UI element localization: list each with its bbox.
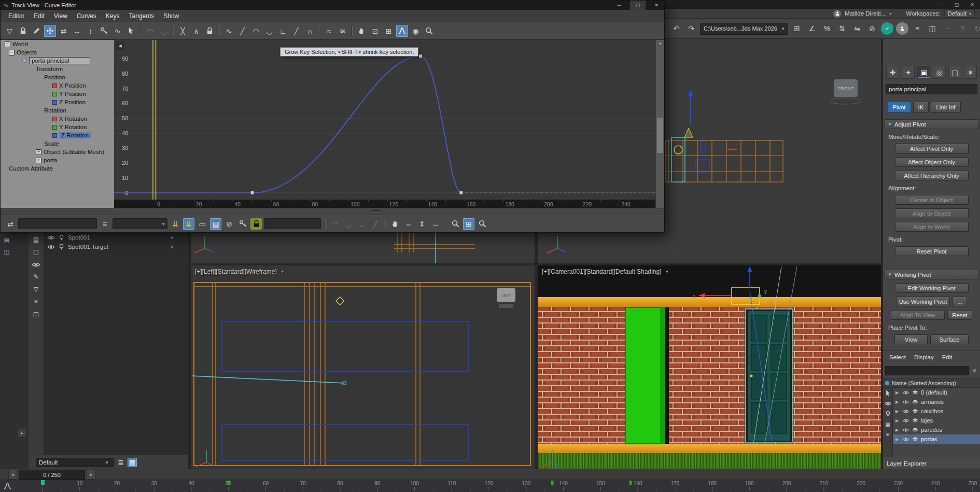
- layer-row[interactable]: ▶paredes: [883, 425, 980, 434]
- expand-arrow-icon[interactable]: ▶: [895, 428, 900, 432]
- tree-expander-icon[interactable]: +: [36, 149, 41, 155]
- menu-tangents[interactable]: Tangents: [124, 11, 159, 21]
- redo-icon[interactable]: ↷: [685, 22, 697, 35]
- unlink-selection-icon[interactable]: ⊘: [866, 22, 878, 35]
- angle-snap-icon[interactable]: ∠: [806, 22, 818, 35]
- viewcube-front-label[interactable]: FRONT: [838, 86, 854, 91]
- signed-in-user[interactable]: Matilde Direiti...: [845, 10, 886, 17]
- previous-frame-button[interactable]: ◂: [8, 470, 17, 480]
- show-buffer-icon[interactable]: ≋: [337, 25, 348, 37]
- visibility-icon[interactable]: [884, 400, 892, 407]
- lock-selection-icon[interactable]: [17, 25, 29, 37]
- draw-curves-icon[interactable]: [31, 25, 43, 37]
- tangent-smooth-icon[interactable]: ∩: [304, 25, 316, 37]
- trackbar-key[interactable]: [551, 481, 554, 485]
- tree-item-porta[interactable]: +porta: [1, 156, 114, 164]
- viewport-left-label-text[interactable]: [+][Left][Standard][Wireframe]: [195, 268, 277, 275]
- main-maximize-button[interactable]: ▢: [949, 0, 964, 9]
- layer-stack-icon[interactable]: [912, 426, 919, 433]
- trackbar-key[interactable]: [228, 481, 230, 485]
- layer-visibility-icon[interactable]: [902, 426, 909, 433]
- layer-search-input[interactable]: [885, 366, 969, 375]
- tree-item-rotation[interactable]: Rotation: [1, 106, 114, 115]
- mode-tab-pivot[interactable]: Pivot: [887, 102, 911, 113]
- select-layer-icon[interactable]: [884, 389, 892, 397]
- path-dropdown-icon[interactable]: ▾: [779, 26, 787, 31]
- layer-visibility-icon[interactable]: [902, 407, 909, 415]
- reset-button[interactable]: Reset: [947, 310, 972, 320]
- viewcube[interactable]: LEFT: [497, 288, 515, 308]
- dock-panel-icon[interactable]: ◫: [3, 247, 11, 256]
- menu-view[interactable]: View: [49, 11, 72, 21]
- tree-item-x-position[interactable]: X Position: [1, 81, 114, 90]
- ok-check-icon[interactable]: ✓: [881, 22, 893, 35]
- motion-tab-icon[interactable]: ◎: [933, 66, 946, 79]
- trackview-close-button[interactable]: ✕: [649, 1, 664, 10]
- freeze-icon[interactable]: ✳: [884, 431, 892, 439]
- show-selected-keys-icon[interactable]: ⇄: [5, 218, 16, 230]
- layer-visibility-icon[interactable]: [902, 398, 909, 405]
- viewport-left-label[interactable]: [+][Left][Standard][Wireframe] ▼: [195, 268, 285, 275]
- show-hidden-icon[interactable]: [32, 260, 41, 269]
- color-icon[interactable]: ▦: [884, 420, 892, 428]
- zoom-horiz-extents-icon[interactable]: ⇔: [403, 218, 414, 230]
- tangent-linear-icon[interactable]: ╱: [290, 25, 302, 37]
- viewport-camera-label[interactable]: [+][Camera001][Standard][Default Shading…: [542, 268, 669, 275]
- snap-frames-icon[interactable]: ⇊: [183, 218, 194, 230]
- percent-snap-icon[interactable]: %: [821, 22, 833, 35]
- lock-tangents-icon[interactable]: [204, 25, 216, 37]
- select-and-link-icon[interactable]: ⇋: [851, 22, 863, 35]
- move-keys-icon[interactable]: [44, 25, 56, 37]
- zoom-region-bottom-icon[interactable]: ⊞: [463, 218, 474, 230]
- tree-item-z-position[interactable]: Z Position: [1, 98, 114, 106]
- lock-values-icon[interactable]: [250, 218, 262, 230]
- more-options-button[interactable]: ...: [953, 297, 967, 306]
- hierarchy-tab-icon[interactable]: ▣: [917, 66, 930, 79]
- user-menu-arrow-icon[interactable]: ▾: [889, 11, 891, 16]
- layer-row[interactable]: ▶armarios: [883, 397, 980, 406]
- view-button[interactable]: View: [894, 334, 928, 344]
- retime-tool-icon[interactable]: ∿: [111, 25, 123, 37]
- frame-counter-field[interactable]: 0 / 250: [19, 470, 85, 480]
- display-tab-icon[interactable]: ▢: [948, 66, 961, 79]
- buffer-curves-icon[interactable]: ≈: [323, 25, 335, 37]
- viewport-menu-arrow-icon[interactable]: ▼: [665, 270, 669, 274]
- tree-expander-icon[interactable]: −: [5, 41, 10, 47]
- reset-pivot-button[interactable]: Reset Pivot: [895, 246, 969, 256]
- utilities-tab-icon[interactable]: ✶: [964, 66, 977, 79]
- expand-arrow-icon[interactable]: ▶: [895, 390, 900, 395]
- viewport-camera-label-text[interactable]: [+][Camera001][Standard][Default Shading…: [542, 268, 661, 275]
- trackview-titlebar[interactable]: ∿ Track View - Curve Editor ─ ▢ ✕: [1, 1, 664, 10]
- layer-menu-select[interactable]: Select: [889, 354, 906, 363]
- surface-button[interactable]: Surface: [930, 334, 969, 344]
- modify-tab-icon[interactable]: ✦: [902, 66, 915, 79]
- main-minimize-button[interactable]: ─: [933, 0, 949, 9]
- layer-visibility-icon[interactable]: [902, 389, 909, 396]
- scene-object-row[interactable]: Spot001.Target✳: [29, 242, 188, 251]
- edit-icon[interactable]: ✎: [32, 272, 41, 282]
- filter-icon[interactable]: ▽: [32, 285, 41, 294]
- green-door[interactable]: [625, 307, 665, 444]
- break-tangents-icon[interactable]: ╳: [177, 25, 189, 37]
- align-icon[interactable]: ◫: [926, 22, 939, 35]
- zoom-time-icon[interactable]: ↔: [430, 218, 441, 230]
- snap-to-values-icon[interactable]: ⇊: [170, 218, 181, 230]
- render-icon[interactable]: [884, 410, 892, 418]
- expand-dock-button[interactable]: ▸: [18, 429, 26, 438]
- tree-item-objects[interactable]: −Objects: [1, 48, 114, 57]
- filter-icon[interactable]: ▽: [4, 25, 16, 37]
- layer-row[interactable]: ▶0 (default): [883, 388, 980, 397]
- scrollbar-handle[interactable]: [657, 118, 663, 153]
- key-entry-icon[interactable]: [237, 218, 248, 230]
- create-tab-icon[interactable]: ✚: [886, 66, 899, 79]
- tangent-fast-icon[interactable]: ◠: [250, 25, 262, 37]
- workspace-selector[interactable]: Default▾: [944, 9, 975, 18]
- animation-key[interactable]: [419, 54, 423, 58]
- user-profile-icon[interactable]: [896, 22, 908, 35]
- menu-curves[interactable]: Curves: [72, 11, 101, 21]
- tree-item-porta-principal[interactable]: porta principal: [1, 57, 114, 65]
- trackview-maximize-button[interactable]: ▢: [630, 1, 646, 10]
- layer-stack-icon[interactable]: [912, 398, 919, 405]
- track-set-list-icon[interactable]: ≡: [99, 218, 110, 230]
- isolate-curve-icon[interactable]: ◉: [410, 25, 422, 37]
